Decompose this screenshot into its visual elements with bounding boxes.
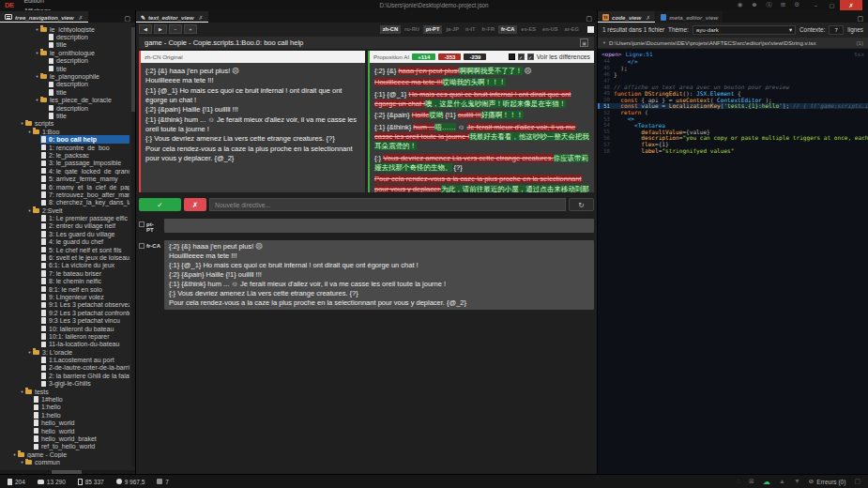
tree-item[interactable]: 6: mamy_et_la_clef_de_papy: [0, 183, 135, 191]
tree-item[interactable]: ▼3: L'oracle: [0, 348, 135, 356]
expand-arrow-icon[interactable]: ▼: [34, 27, 40, 32]
tree-item[interactable]: ▼1:Boo: [0, 128, 135, 135]
tree-item[interactable]: ▼commun: [0, 458, 135, 465]
tab-tree-navigation-view[interactable]: tree_navigation_view ✗: [0, 11, 88, 23]
copy-icon[interactable]: ▣: [580, 38, 588, 47]
locale-tab-fr-CA[interactable]: fr-CA: [498, 25, 517, 34]
locale-tab-pt-PT[interactable]: pt-PT: [423, 25, 443, 34]
tree-item[interactable]: 9: Lingenieur volez: [0, 293, 135, 300]
context-input[interactable]: 7: [829, 25, 844, 35]
close-button[interactable]: ✗: [840, 0, 862, 10]
tree-item[interactable]: 5: arrivez_ferme_mamy: [0, 175, 135, 182]
diff-checkbox-2[interactable]: ✓: [527, 53, 534, 60]
tree-item[interactable]: ▼2:Svelt: [0, 206, 135, 214]
tree-item[interactable]: ▼les_piece_de_loracle: [0, 97, 135, 104]
cloud-icon[interactable]: ☁: [763, 478, 770, 486]
expand-arrow-icon[interactable]: ▼: [26, 350, 33, 355]
caret-up-icon[interactable]: ▲: [779, 478, 785, 486]
layout-icon[interactable]: ▢: [854, 478, 860, 485]
panel-maximize-icon[interactable]: ▢: [852, 15, 868, 23]
refresh-button[interactable]: ↻: [569, 198, 594, 211]
tree-item[interactable]: hello_world_braket: [0, 435, 135, 442]
locale-tab-en-US[interactable]: en-US: [540, 25, 560, 34]
tree-item[interactable]: ▼le_ichtyologiste: [0, 25, 135, 33]
tree-item[interactable]: title: [0, 88, 135, 96]
grid-icon[interactable]: ⊞: [781, 1, 785, 9]
expand-arrow-icon[interactable]: ▼: [34, 74, 40, 79]
directive-input[interactable]: [209, 198, 566, 211]
line-reference[interactable]: Ligne:51: [626, 51, 653, 57]
pt-checkbox[interactable]: [139, 221, 145, 227]
panel-maximize-icon[interactable]: ▢: [119, 15, 135, 23]
tab-close-icon[interactable]: ✗: [79, 14, 84, 21]
tree-item[interactable]: title: [0, 41, 135, 49]
back-button[interactable]: ◀: [139, 24, 152, 34]
record-icon[interactable]: ◉: [738, 1, 743, 9]
tree-item[interactable]: 8: le chemin nelfic: [0, 278, 135, 285]
tab-text-editor-view[interactable]: ✎ text_editor_view ✗: [136, 11, 208, 23]
locale-tab-ru-RU[interactable]: ru-RU: [402, 25, 422, 34]
tree-item[interactable]: 5: Le chef nelf et sont fils: [0, 246, 135, 253]
expand-arrow-icon[interactable]: ▼: [19, 121, 25, 126]
tree-item[interactable]: 6: svelt et le jeux de loiseau: [0, 253, 135, 261]
accept-button[interactable]: ✓: [139, 198, 181, 211]
locale-tab-ar-EG[interactable]: ar-EG: [562, 25, 583, 34]
locale-tab-zh-CN[interactable]: zh-CN: [380, 25, 401, 34]
tree-item[interactable]: ▼tests: [0, 388, 135, 395]
tree-item[interactable]: 7: retrouvez_boo_after_mamy: [0, 191, 135, 198]
tree-item[interactable]: 2-de-lautre-coter-de-la-barriere: [0, 364, 135, 372]
tree-item[interactable]: 3-gigi-le-Ghills: [0, 380, 135, 388]
tree-item[interactable]: 8:1: le nelf en solo: [0, 285, 135, 293]
tab-code-view[interactable]: ts code_view ✗: [598, 11, 655, 23]
locale-tab-es-ES[interactable]: es-ES: [518, 25, 539, 34]
panel-maximize-icon[interactable]: ▢: [581, 15, 597, 23]
minimize-button[interactable]: –: [808, 0, 824, 10]
tree-item[interactable]: description: [0, 81, 135, 88]
tree-item[interactable]: 8: cherchez_la_key_dans_la_ma...: [0, 199, 135, 206]
tab-meta-editor-view[interactable]: meta_editor_view: [656, 11, 723, 23]
translate-icon[interactable]: Ⓐ: [766, 1, 772, 9]
tree-item[interactable]: hello_world__: [0, 427, 135, 435]
errors-indicator[interactable]: ⊘ Erreurs (0): [809, 478, 846, 485]
maximize-button[interactable]: ▢: [824, 0, 840, 10]
proposal-diff-text[interactable]: {:2} {&} haaa j'en peut plus!啊啊啊我受不了了！ ☹…: [370, 63, 594, 192]
original-text[interactable]: {:2} {&} haaa j'en peut plus! ☹Houilllee…: [141, 63, 365, 192]
frca-checkbox[interactable]: [139, 243, 145, 249]
tree-item[interactable]: 7: le bateau briser: [0, 269, 135, 277]
tree-item[interactable]: 2: le_packsac: [0, 151, 135, 159]
expand-arrow-icon[interactable]: ▼: [26, 208, 33, 213]
forward-button[interactable]: ▶: [154, 24, 167, 34]
tree-item[interactable]: 1#hello: [0, 395, 135, 403]
pt-textarea[interactable]: [164, 219, 594, 233]
tree-item[interactable]: 10:1: laileron reparer: [0, 332, 135, 340]
tree-item[interactable]: 9:3 Les 3 petachat vincu: [0, 316, 135, 324]
add-button[interactable]: +: [184, 24, 197, 34]
tree-item[interactable]: 9:2 Les 3 petachat confronter: [0, 309, 135, 316]
user-icon[interactable]: ☻: [751, 1, 757, 9]
file-result-row[interactable]: ▼ D:\Users\jonie\Documents\DEV\projets\A…: [598, 38, 868, 48]
tree-item[interactable]: title: [0, 112, 135, 119]
tree-item[interactable]: description: [0, 104, 135, 112]
tab-close-icon[interactable]: ✗: [199, 14, 204, 21]
tree-item[interactable]: 11-la-location-du-bateau: [0, 341, 135, 348]
tree-item[interactable]: 9:1 Les 3 petachat observez: [0, 301, 135, 309]
tree-item[interactable]: 1: Le premier passage elfic: [0, 214, 135, 221]
expand-arrow-icon[interactable]: ▼: [19, 389, 25, 394]
tree-item[interactable]: 6:1: La victoire du jeux: [0, 262, 135, 269]
reject-button[interactable]: ✗: [184, 198, 206, 211]
tree-item[interactable]: ▼scripts: [0, 120, 135, 128]
expand-arrow-icon[interactable]: ▼: [34, 98, 40, 102]
tree-item[interactable]: ▼game - Copie: [0, 450, 135, 458]
caret-down-icon[interactable]: ▼: [794, 478, 800, 486]
tab-close-icon[interactable]: ✗: [646, 14, 650, 21]
tree-item[interactable]: ▼le_ornithologue: [0, 49, 135, 56]
tree-item[interactable]: 3: Les guard du village: [0, 230, 135, 237]
tree-item[interactable]: 1:hello: [0, 411, 135, 419]
expand-arrow-icon[interactable]: ▼: [26, 130, 33, 134]
tree-vertical-scrollbar[interactable]: [131, 25, 135, 466]
tree-item[interactable]: ▼le_plangonophile: [0, 72, 135, 80]
tree-item[interactable]: title: [0, 65, 135, 72]
tree-item[interactable]: 10: laileront du bateau: [0, 325, 135, 332]
tree-item[interactable]: 4: le_gate_locked_de_grandpere: [0, 167, 135, 175]
locale-tab-ja-JP[interactable]: ja-JP: [443, 25, 462, 34]
